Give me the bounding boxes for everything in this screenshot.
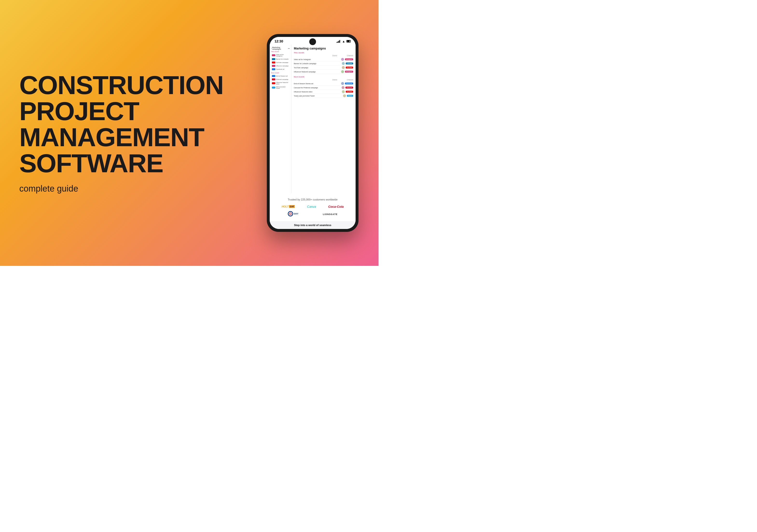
logos-row-2: OXY LIONSGATE <box>276 211 350 216</box>
sidebar-this-month: This month <box>271 51 290 52</box>
this-month-label: This month <box>294 52 353 54</box>
app-main: ‹ Marketing campaigns ••• This month Vid… <box>270 45 355 193</box>
list-item: Banner for LinkedIn <box>271 58 290 61</box>
signal-icon <box>337 40 340 43</box>
trust-section: Trusted by 225,000+ customers worldwide … <box>270 193 355 221</box>
phone-section: 12:30 ▲ <box>238 34 378 232</box>
sidebar-next-month: Next month <box>271 72 290 74</box>
list-item: YouTube campaign <box>271 61 290 64</box>
more-icon: ••• <box>288 47 290 49</box>
list-item: Video ad for Instagram <box>271 53 290 57</box>
table-row: YouTube campaign YouTube <box>294 66 353 70</box>
back-icon: ‹ <box>271 47 272 49</box>
holt-cat-logo: HOLT CAT <box>282 205 295 208</box>
oxy-logo: OXY <box>288 211 298 216</box>
app-detail: Marketing campaigns This month Owner Cha… <box>291 45 355 193</box>
bottom-cta-text: Step into a world of seamless <box>274 224 352 227</box>
table-row: Video ad for Instagram Instagram <box>294 57 353 62</box>
sidebar-header: ‹ Marketing campaigns ••• <box>271 47 290 50</box>
wifi-icon: ▲ <box>342 40 345 43</box>
table-row: Banner for LinkedIn campaign LinkedIn <box>294 62 353 66</box>
table-row: Yearly sale promoted Tweet Twitter <box>294 94 353 98</box>
table-row: Influencer featured video YouTube <box>294 90 353 94</box>
bottom-cta: Step into a world of seamless <box>270 221 355 229</box>
logos-row-1: HOLT CAT Canva Coca-Cola <box>276 204 350 209</box>
coca-cola-logo: Coca-Cola <box>328 204 344 209</box>
main-title: CONSTRUCTION PROJECT MANAGEMENT SOFTWARE <box>19 72 224 176</box>
status-icons: ▲ <box>337 40 351 43</box>
phone-mockup: 12:30 ▲ <box>267 34 358 232</box>
battery-icon <box>347 40 351 43</box>
table-row: Carousel for Pinterest campaign Pinteres… <box>294 86 353 90</box>
subtitle: complete guide <box>19 184 224 194</box>
list-item: Influencer featured video <box>271 81 290 85</box>
list-item: Pinterest campaign <box>271 78 290 81</box>
phone-notch <box>309 38 316 45</box>
list-item: Influence campaign <box>271 64 290 67</box>
page-background: CONSTRUCTION PROJECT MANAGEMENT SOFTWARE… <box>0 0 378 266</box>
column-headers-2: Owner Channel <box>294 79 353 80</box>
lionsgate-logo: LIONSGATE <box>323 212 338 216</box>
next-month-label: Next month <box>294 76 353 78</box>
left-content: CONSTRUCTION PROJECT MANAGEMENT SOFTWARE… <box>19 72 238 194</box>
app-sidebar: ‹ Marketing campaigns ••• This month Vid… <box>270 45 291 193</box>
table-row: Influencer featured campaign Instagram <box>294 70 353 74</box>
phone-inner: 12:30 ▲ <box>270 37 355 229</box>
column-headers: Owner Channel <box>294 55 353 56</box>
detail-title: Marketing campaigns <box>294 47 353 50</box>
list-item: Facebook ad <box>271 68 290 71</box>
canva-logo: Canva <box>307 204 316 209</box>
list-item: Sale promoted Tweet <box>271 86 290 89</box>
list-item: End-of-Season ad <box>271 75 290 78</box>
status-time: 12:30 <box>275 39 283 43</box>
trust-title: Trusted by 225,000+ customers worldwide <box>276 198 350 201</box>
table-row: End-of-Season Stories ad Facebook <box>294 81 353 86</box>
app-content: ‹ Marketing campaigns ••• This month Vid… <box>270 45 355 229</box>
